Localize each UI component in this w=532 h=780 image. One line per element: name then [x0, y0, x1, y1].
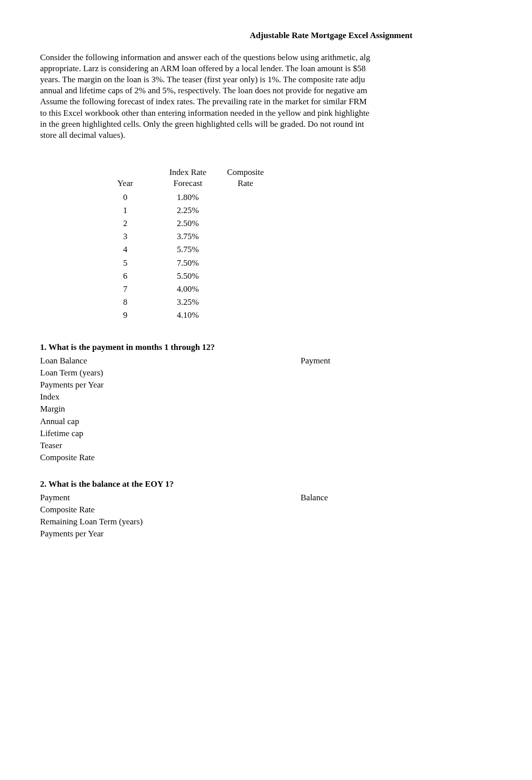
field-label: Loan Term (years) [40, 367, 301, 379]
cell-forecast: 3.25% [155, 296, 220, 309]
cell-forecast: 3.75% [155, 230, 220, 243]
intro-line: store all decimal values). [40, 130, 125, 140]
intro-line: years. The margin on the loan is 3%. The… [40, 75, 365, 84]
cell-year: 4 [95, 243, 155, 256]
table-row: 65.50% [95, 270, 271, 283]
cell-forecast: 5.50% [155, 270, 220, 283]
table-row: 01.80% [95, 191, 271, 204]
header-forecast-l2: Forecast [173, 178, 202, 188]
cell-composite [220, 204, 271, 217]
cell-year: 7 [95, 283, 155, 296]
field-label: Annual cap [40, 416, 301, 428]
cell-forecast: 5.75% [155, 243, 220, 256]
list-item: Composite Rate [40, 504, 361, 516]
q1-fields: Loan BalancePayment Loan Term (years) Pa… [40, 355, 361, 464]
header-forecast-l1: Index Rate [169, 167, 206, 177]
list-item: Index [40, 391, 361, 403]
field-label: Teaser [40, 440, 301, 452]
table-row: 94.10% [95, 309, 271, 322]
header-composite-rate: Composite Rate [220, 166, 271, 191]
field-label: Margin [40, 403, 301, 415]
list-item: Lifetime cap [40, 428, 361, 440]
header-composite-l1: Composite [227, 167, 264, 177]
cell-year: 5 [95, 257, 155, 270]
intro-line: annual and lifetime caps of 2% and 5%, r… [40, 86, 367, 95]
list-item: Margin [40, 403, 361, 415]
intro-line: Assume the following forecast of index r… [40, 97, 367, 106]
field-label: Loan Balance [40, 355, 301, 367]
cell-year: 1 [95, 204, 155, 217]
q2-heading: 2. What is the balance at the EOY 1? [40, 479, 492, 490]
list-item: Teaser [40, 440, 361, 452]
header-composite-l2: Rate [237, 178, 253, 188]
cell-forecast: 4.10% [155, 309, 220, 322]
cell-composite [220, 217, 271, 230]
index-rate-table: Year Index Rate Forecast Composite Rate … [95, 166, 271, 322]
field-label: Payments per Year [40, 379, 301, 391]
cell-composite [220, 191, 271, 204]
cell-composite [220, 230, 271, 243]
field-label: Index [40, 391, 301, 403]
cell-forecast: 1.80% [155, 191, 220, 204]
header-year: Year [95, 166, 155, 191]
cell-forecast: 7.50% [155, 257, 220, 270]
table-row: 12.25% [95, 204, 271, 217]
header-index-rate-forecast: Index Rate Forecast [155, 166, 220, 191]
cell-composite [220, 309, 271, 322]
table-row: 57.50% [95, 257, 271, 270]
cell-composite [220, 243, 271, 256]
cell-year: 6 [95, 270, 155, 283]
intro-line: to this Excel workbook other than enteri… [40, 108, 369, 118]
list-item: Annual cap [40, 416, 361, 428]
table-row: 83.25% [95, 296, 271, 309]
list-item: Remaining Loan Term (years) [40, 516, 361, 528]
table-row: 45.75% [95, 243, 271, 256]
intro-line: appropriate. Larz is considering an ARM … [40, 64, 366, 73]
list-item: Payments per Year [40, 528, 361, 540]
cell-composite [220, 257, 271, 270]
cell-composite [220, 270, 271, 283]
list-item: Payments per Year [40, 379, 361, 391]
result-label: Payment [301, 355, 361, 367]
cell-composite [220, 283, 271, 296]
table-row: 33.75% [95, 230, 271, 243]
cell-forecast: 4.00% [155, 283, 220, 296]
field-label: Composite Rate [40, 452, 301, 464]
result-label: Balance [301, 492, 361, 504]
table-row: 74.00% [95, 283, 271, 296]
field-label: Remaining Loan Term (years) [40, 516, 301, 528]
field-label: Payment [40, 492, 301, 504]
list-item: Composite Rate [40, 452, 361, 464]
list-item: Loan BalancePayment [40, 355, 361, 367]
cell-composite [220, 296, 271, 309]
cell-year: 9 [95, 309, 155, 322]
field-label: Composite Rate [40, 504, 301, 516]
list-item: PaymentBalance [40, 492, 361, 504]
intro-paragraph: Consider the following information and a… [40, 52, 492, 141]
document-title: Adjustable Rate Mortgage Excel Assignmen… [170, 30, 492, 41]
cell-year: 2 [95, 217, 155, 230]
field-label: Lifetime cap [40, 428, 301, 440]
table-row: 22.50% [95, 217, 271, 230]
intro-line: in the green highlighted cells. Only the… [40, 119, 364, 129]
q2-fields: PaymentBalance Composite Rate Remaining … [40, 492, 361, 540]
field-label: Payments per Year [40, 528, 301, 540]
intro-line: Consider the following information and a… [40, 53, 370, 62]
cell-year: 8 [95, 296, 155, 309]
header-year-label: Year [117, 178, 133, 188]
cell-forecast: 2.50% [155, 217, 220, 230]
cell-year: 3 [95, 230, 155, 243]
list-item: Loan Term (years) [40, 367, 361, 379]
q1-heading: 1. What is the payment in months 1 throu… [40, 342, 492, 353]
cell-forecast: 2.25% [155, 204, 220, 217]
cell-year: 0 [95, 191, 155, 204]
